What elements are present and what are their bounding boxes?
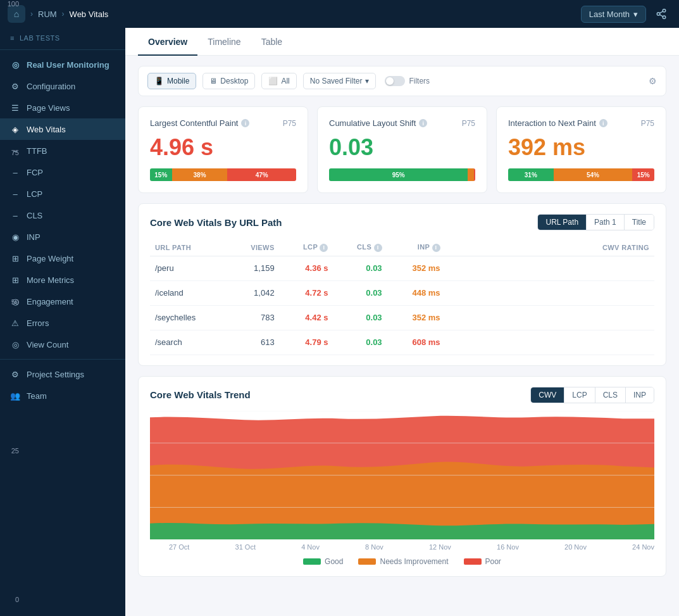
- cell-inp: 608 ms: [387, 330, 445, 355]
- inp-info-icon[interactable]: i: [599, 119, 607, 127]
- legend-poor-label: Poor: [485, 557, 501, 566]
- cls-needs-seg: [468, 168, 473, 181]
- inp-progress-bar: 31% 54% 15%: [508, 168, 654, 181]
- desktop-filter-btn[interactable]: 🖥 Desktop: [202, 73, 255, 89]
- cell-path: /iceland: [150, 280, 228, 305]
- legend-needs-label: Needs Improvement: [380, 557, 448, 566]
- lcp-value: 4.96 s: [150, 134, 296, 161]
- top-navigation: ⌂ › RUM › Web Vitals Last Month ▾: [0, 0, 679, 28]
- mobile-filter-btn[interactable]: 📱 Mobile: [147, 73, 196, 89]
- chevron-down-icon: ▾: [633, 9, 638, 19]
- legend-good-label: Good: [325, 557, 343, 566]
- date-range-label: Last Month: [589, 9, 630, 19]
- x-label-24nov: 24 Nov: [632, 543, 654, 551]
- cell-cls: 0.03: [333, 256, 387, 280]
- chart-svg-wrapper: [150, 411, 654, 539]
- svg-point-0: [663, 9, 666, 13]
- date-range-selector[interactable]: Last Month ▾: [581, 6, 646, 23]
- trend-pill-lcp[interactable]: LCP: [564, 387, 595, 403]
- share-button[interactable]: [651, 4, 671, 24]
- cell-cwv: 13%52%35%: [445, 256, 654, 280]
- inp-col-info[interactable]: i: [432, 244, 440, 252]
- cell-inp: 448 ms: [387, 280, 445, 305]
- url-table-tab-pills: URL Path Path 1 Title: [537, 214, 654, 230]
- cls-col-info[interactable]: i: [374, 244, 382, 252]
- x-label-31oct: 31 Oct: [235, 543, 256, 551]
- inp-poor-seg: 15%: [632, 168, 654, 181]
- cell-views: 613: [228, 330, 280, 355]
- lcp-needs-seg: 38%: [172, 168, 228, 181]
- legend-needs: Needs Improvement: [358, 557, 448, 566]
- toggle-thumb: [386, 77, 394, 85]
- cell-path: /seychelles: [150, 305, 228, 330]
- trend-pill-cls[interactable]: CLS: [595, 387, 626, 403]
- inp-needs-seg: 54%: [554, 168, 633, 181]
- tab-pill-title[interactable]: Title: [625, 215, 654, 230]
- cwv-bar: 13%52%35%: [451, 263, 649, 274]
- lcp-col-info[interactable]: i: [320, 244, 328, 252]
- col-url-path: URL PATH: [150, 239, 228, 256]
- cell-lcp: 4.79 s: [280, 330, 333, 355]
- chevron-down-icon: ▾: [365, 77, 369, 85]
- cell-views: 783: [228, 305, 280, 330]
- cell-lcp: 4.72 s: [280, 280, 333, 305]
- main-content: Overview Timeline Table 📱 Mobile 🖥 Deskt…: [125, 28, 679, 616]
- cls-good-seg: 95%: [329, 168, 468, 181]
- breadcrumb-rum[interactable]: RUM: [38, 9, 57, 19]
- cell-cwv: 8%33%59%: [445, 330, 654, 355]
- cell-path: /search: [150, 330, 228, 355]
- cell-path: /peru: [150, 256, 228, 280]
- cell-cwv: 10%41%49%: [445, 280, 654, 305]
- x-axis-labels: 27 Oct 31 Oct 4 Nov 8 Nov 12 Nov 16 Nov …: [150, 539, 654, 551]
- table-row: /search 613 4.79 s 0.03 608 ms 8%33%59%: [150, 330, 654, 355]
- trend-chart-svg: [150, 411, 654, 539]
- filter-bar: 📱 Mobile 🖥 Desktop ⬜ All No Saved Filter…: [138, 66, 666, 96]
- cwv-bar: 8%33%59%: [451, 337, 649, 348]
- trend-pill-inp[interactable]: INP: [626, 387, 654, 403]
- breadcrumb-sep-2: ›: [62, 9, 65, 18]
- svg-point-1: [657, 13, 660, 16]
- x-label-20nov: 20 Nov: [564, 543, 587, 551]
- cls-info-icon[interactable]: i: [419, 119, 427, 127]
- tab-pill-path1[interactable]: Path 1: [587, 215, 625, 230]
- svg-line-3: [659, 15, 663, 16]
- tabs-bar: Overview Timeline Table: [125, 28, 679, 56]
- filters-toggle[interactable]: Filters: [385, 76, 430, 86]
- cell-cls: 0.03: [333, 305, 387, 330]
- cell-views: 1,159: [228, 256, 280, 280]
- legend-needs-color: [358, 558, 376, 565]
- toggle-track[interactable]: [385, 76, 405, 86]
- trend-title: Core Web Vitals Trend: [150, 389, 251, 400]
- all-icon: ⬜: [268, 77, 278, 85]
- legend-poor-color: [464, 558, 482, 565]
- x-label-8nov: 8 Nov: [365, 543, 383, 551]
- tab-table[interactable]: Table: [251, 28, 292, 56]
- saved-filter-dropdown[interactable]: No Saved Filter ▾: [303, 73, 377, 89]
- table-row: /seychelles 783 4.42 s 0.03 352 ms 15%50…: [150, 305, 654, 330]
- breadcrumb-web-vitals[interactable]: Web Vitals: [70, 9, 109, 19]
- col-views: VIEWS: [228, 239, 280, 256]
- url-table-card: Core Web Vitals By URL Path URL Path Pat…: [138, 203, 666, 366]
- chart-legend: Good Needs Improvement Poor: [150, 557, 654, 566]
- lcp-info-icon[interactable]: i: [241, 119, 249, 127]
- x-label-12nov: 12 Nov: [429, 543, 451, 551]
- cell-inp: 352 ms: [387, 305, 445, 330]
- tab-timeline[interactable]: Timeline: [197, 28, 251, 56]
- x-label-16nov: 16 Nov: [497, 543, 519, 551]
- trend-pill-cwv[interactable]: CWV: [531, 387, 564, 403]
- cell-lcp: 4.42 s: [280, 305, 333, 330]
- lcp-poor-seg: 47%: [227, 168, 296, 181]
- trend-card: Core Web Vitals Trend CWV LCP CLS INP 10…: [138, 376, 666, 577]
- tab-pill-url-path[interactable]: URL Path: [538, 215, 587, 230]
- inp-value: 392 ms: [508, 134, 654, 161]
- table-row: /peru 1,159 4.36 s 0.03 352 ms 13%52%35%: [150, 256, 654, 280]
- chart-container: 100 75 50 25 0: [150, 411, 654, 539]
- tab-overview[interactable]: Overview: [138, 28, 197, 56]
- cell-inp: 352 ms: [387, 256, 445, 280]
- cls-card: Cumulative Layout Shift i P75 0.03 95%: [317, 106, 487, 193]
- svg-line-4: [659, 11, 663, 13]
- metrics-grid: Largest Contentful Paint i P75 4.96 s 15…: [138, 106, 666, 193]
- all-filter-btn[interactable]: ⬜ All: [261, 73, 296, 89]
- cell-lcp: 4.36 s: [280, 256, 333, 280]
- settings-gear-icon[interactable]: ⚙: [649, 76, 657, 86]
